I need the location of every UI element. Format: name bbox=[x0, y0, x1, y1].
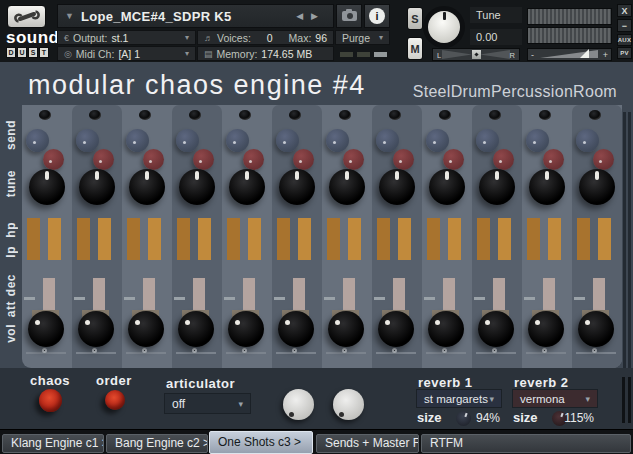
instrument-title-bar[interactable]: ▼ Lope_MCE#4_SDPR K5 ◀ ▶ bbox=[57, 4, 334, 28]
macro-knob-2[interactable] bbox=[333, 389, 364, 420]
attack-slider[interactable] bbox=[374, 297, 385, 300]
channel-pan-slider[interactable] bbox=[376, 348, 416, 358]
lp-filter-slider[interactable] bbox=[548, 218, 561, 260]
volume-knob[interactable] bbox=[278, 311, 314, 347]
decay-slider[interactable] bbox=[393, 278, 405, 311]
attack-slider[interactable] bbox=[474, 297, 485, 300]
pan-thumb[interactable] bbox=[342, 348, 347, 353]
channel-pan-slider[interactable] bbox=[426, 348, 466, 358]
pan-thumb[interactable] bbox=[242, 348, 247, 353]
send2-knob[interactable] bbox=[293, 149, 314, 170]
channel-pan-slider[interactable] bbox=[526, 348, 566, 358]
attack-slider[interactable] bbox=[24, 297, 35, 300]
attack-slider[interactable] bbox=[174, 297, 185, 300]
tune-knob[interactable] bbox=[129, 169, 165, 205]
info-button[interactable]: i bbox=[364, 4, 390, 28]
send2-knob[interactable] bbox=[43, 149, 64, 170]
volume-knob[interactable] bbox=[428, 311, 464, 347]
decay-slider[interactable] bbox=[243, 278, 255, 311]
send2-knob[interactable] bbox=[593, 149, 614, 170]
hp-filter-slider[interactable] bbox=[527, 218, 540, 260]
send2-knob[interactable] bbox=[93, 149, 114, 170]
send-knob[interactable] bbox=[476, 129, 499, 152]
attack-slider[interactable] bbox=[324, 297, 335, 300]
hp-filter-slider[interactable] bbox=[327, 218, 340, 260]
channel-pan-slider[interactable] bbox=[176, 348, 216, 358]
purge-menu[interactable]: Purge ▾ bbox=[335, 30, 390, 45]
instrument-menu-icon[interactable]: ▼ bbox=[65, 11, 74, 21]
lp-filter-slider[interactable] bbox=[398, 218, 411, 260]
decay-slider[interactable] bbox=[193, 278, 205, 311]
pv-button[interactable]: pv bbox=[617, 47, 632, 59]
pan-thumb[interactable] bbox=[472, 50, 481, 59]
volume-knob[interactable] bbox=[228, 311, 264, 347]
tune-knob[interactable] bbox=[29, 169, 65, 205]
send-knob[interactable] bbox=[526, 129, 549, 152]
reverb1-dropdown[interactable]: st margarets ▾ bbox=[416, 389, 502, 408]
tab-one-shots[interactable]: One Shots c3 > bbox=[209, 431, 313, 454]
pan-thumb[interactable] bbox=[142, 348, 147, 353]
max-value[interactable]: 96 bbox=[315, 32, 327, 44]
send-knob[interactable] bbox=[326, 129, 349, 152]
next-instrument-icon[interactable]: ▶ bbox=[311, 11, 326, 21]
channel-pan-slider[interactable] bbox=[576, 348, 616, 358]
volume-knob[interactable] bbox=[578, 311, 614, 347]
tune-knob[interactable] bbox=[529, 169, 565, 205]
send-knob[interactable] bbox=[26, 129, 49, 152]
macro-knob-1[interactable] bbox=[283, 389, 314, 420]
pan-thumb[interactable] bbox=[592, 348, 597, 353]
snapshot-camera-button[interactable] bbox=[336, 4, 362, 28]
hp-filter-slider[interactable] bbox=[127, 218, 140, 260]
hp-filter-slider[interactable] bbox=[177, 218, 190, 260]
attack-slider[interactable] bbox=[524, 297, 535, 300]
decay-slider[interactable] bbox=[593, 278, 605, 311]
attack-slider[interactable] bbox=[424, 297, 435, 300]
attack-slider[interactable] bbox=[124, 297, 135, 300]
tune-knob[interactable] bbox=[179, 169, 215, 205]
decay-slider[interactable] bbox=[293, 278, 305, 311]
chaos-button[interactable] bbox=[39, 389, 62, 412]
tab-sends-master-fx[interactable]: Sends + Master FX bbox=[316, 434, 419, 453]
send2-knob[interactable] bbox=[193, 149, 214, 170]
lp-filter-slider[interactable] bbox=[298, 218, 311, 260]
decay-slider[interactable] bbox=[443, 278, 455, 311]
hp-filter-slider[interactable] bbox=[227, 218, 240, 260]
decay-slider[interactable] bbox=[543, 278, 555, 311]
mute-button[interactable]: M bbox=[407, 37, 423, 60]
send-knob[interactable] bbox=[176, 129, 199, 152]
decay-slider[interactable] bbox=[343, 278, 355, 311]
channel-pan-slider[interactable] bbox=[326, 348, 366, 358]
send-knob[interactable] bbox=[276, 129, 299, 152]
tab-klang-engine[interactable]: Klang Engine c1 > bbox=[2, 434, 104, 453]
channel-pan-slider[interactable] bbox=[76, 348, 116, 358]
attack-slider[interactable] bbox=[574, 297, 585, 300]
tune-value[interactable]: 0.00 bbox=[470, 29, 522, 45]
send2-knob[interactable] bbox=[493, 149, 514, 170]
lp-filter-slider[interactable] bbox=[48, 218, 61, 260]
lp-filter-slider[interactable] bbox=[448, 218, 461, 260]
attack-slider[interactable] bbox=[274, 297, 285, 300]
attack-slider[interactable] bbox=[224, 297, 235, 300]
prev-instrument-icon[interactable]: ◀ bbox=[296, 11, 311, 21]
pan-thumb[interactable] bbox=[442, 348, 447, 353]
channel-pan-slider[interactable] bbox=[126, 348, 166, 358]
pan-slider[interactable]: L R bbox=[432, 48, 520, 61]
send2-knob[interactable] bbox=[443, 149, 464, 170]
channel-pan-slider[interactable] bbox=[26, 348, 66, 358]
pan-thumb[interactable] bbox=[42, 348, 47, 353]
decay-slider[interactable] bbox=[43, 278, 55, 311]
tab-bang-engine[interactable]: Bang Engine c2 > bbox=[106, 434, 208, 453]
volume-slider[interactable]: - + bbox=[527, 48, 612, 61]
lp-filter-slider[interactable] bbox=[198, 218, 211, 260]
volume-knob[interactable] bbox=[128, 311, 164, 347]
edit-instrument-button[interactable] bbox=[7, 5, 46, 28]
tune-knob[interactable] bbox=[279, 169, 315, 205]
send2-knob[interactable] bbox=[393, 149, 414, 170]
minimize-button[interactable]: − bbox=[617, 19, 632, 32]
output-selector[interactable]: € Output: st.1 ▾ bbox=[57, 30, 196, 45]
pan-thumb[interactable] bbox=[292, 348, 297, 353]
tune-knob[interactable] bbox=[379, 169, 415, 205]
tune-knob[interactable] bbox=[229, 169, 265, 205]
pan-thumb[interactable] bbox=[542, 348, 547, 353]
pan-thumb[interactable] bbox=[492, 348, 497, 353]
